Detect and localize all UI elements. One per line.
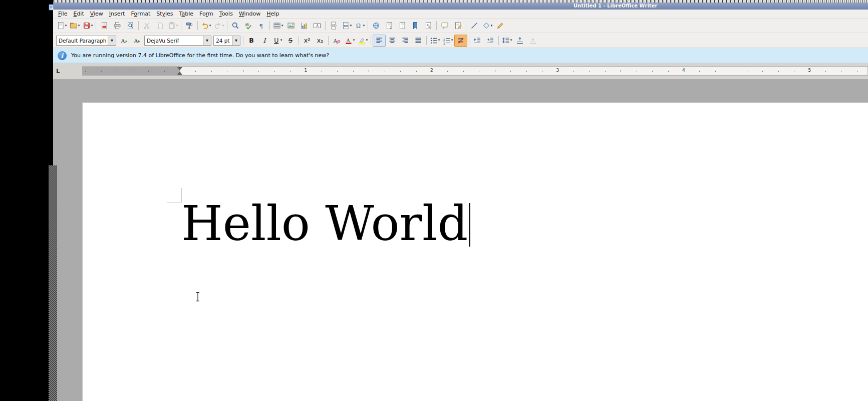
paragraph-style-combo-dropdown-button[interactable]: ▼: [108, 36, 116, 45]
ruler-number: 2: [430, 68, 433, 73]
insert-comment-button[interactable]: [438, 20, 451, 32]
decrease-indent-button[interactable]: [484, 35, 497, 47]
menu-edit[interactable]: Edit: [70, 10, 87, 18]
document-text[interactable]: Hello World: [181, 200, 470, 248]
line-spacing-button[interactable]: ▾: [500, 35, 513, 47]
strikethrough-button[interactable]: S: [284, 35, 297, 47]
spelling-button[interactable]: ab: [242, 20, 255, 32]
menu-form[interactable]: Form: [196, 10, 216, 18]
new-document-button[interactable]: ▾: [55, 20, 68, 32]
menu-help[interactable]: Help: [263, 10, 282, 18]
clone-formatting-button[interactable]: [183, 20, 196, 32]
shapes-icon: [482, 22, 490, 30]
menu-table[interactable]: Table: [176, 10, 196, 18]
find-replace-button[interactable]: [229, 20, 242, 32]
insert-line-button[interactable]: [468, 20, 481, 32]
tab-stop-selector[interactable]: L: [56, 67, 60, 75]
insert-endnote-button[interactable]: i: [396, 20, 409, 32]
align-justify-button[interactable]: [412, 35, 425, 47]
font-color-button[interactable]: A▾: [343, 35, 356, 47]
ruler-tick: [274, 71, 275, 72]
basic-shapes-button[interactable]: ▾: [481, 20, 494, 32]
ruler-tick: [542, 71, 542, 72]
bold-button[interactable]: B: [245, 35, 258, 47]
underline-button[interactable]: U▾: [271, 35, 284, 47]
export-pdf-button[interactable]: [98, 20, 111, 32]
menu-view[interactable]: View: [87, 10, 106, 18]
highlight-icon: [358, 37, 366, 45]
insert-footnote-button[interactable]: 1: [383, 20, 396, 32]
toolbar-separator: [368, 21, 368, 30]
open-button[interactable]: ▾: [68, 20, 81, 32]
line-icon: [470, 22, 478, 30]
highlight-color-button[interactable]: ▾: [356, 35, 369, 47]
new-style-button[interactable]: A: [130, 35, 143, 47]
unordered-list-button[interactable]: ▾: [428, 35, 441, 47]
title-bar[interactable]: Untitled 1 - LibreOffice Writer: [53, 3, 868, 10]
clear-formatting-button[interactable]: A: [330, 35, 343, 47]
font-name-combo[interactable]: DejaVu Serif▼: [144, 36, 211, 46]
undo-button[interactable]: ▾: [199, 20, 212, 32]
toolbar-separator: [469, 36, 469, 45]
font-name-combo-dropdown-button[interactable]: ▼: [203, 36, 211, 45]
draw-functions-button[interactable]: [494, 20, 507, 32]
ruler-tick: [699, 71, 700, 72]
insert-image-button[interactable]: [284, 20, 298, 32]
info-icon: i: [58, 51, 67, 60]
insert-bookmark-button[interactable]: [409, 20, 422, 32]
menu-window[interactable]: Window: [236, 10, 263, 18]
left-indent-marker[interactable]: [177, 72, 182, 75]
dropdown-arrow-icon: ▾: [65, 24, 67, 28]
svg-text:3: 3: [443, 42, 445, 45]
svg-text:A: A: [316, 24, 319, 28]
toolbar-separator: [426, 36, 427, 45]
insert-table-button[interactable]: ▾: [271, 20, 284, 32]
save-button[interactable]: ▾: [81, 20, 94, 32]
menu-file[interactable]: File: [55, 10, 70, 18]
paragraph-style-combo[interactable]: Default Paragraph Style▼: [56, 36, 116, 46]
superscript-button[interactable]: x²: [301, 35, 314, 47]
insert-chart-button[interactable]: [298, 20, 311, 32]
align-center-button[interactable]: [386, 35, 399, 47]
insert-hyperlink-button[interactable]: [370, 20, 383, 32]
dropdown-arrow-icon: ▾: [451, 39, 453, 42]
insert-cross-reference-button[interactable]: [422, 20, 435, 32]
italic-button[interactable]: I: [258, 35, 271, 47]
ordered-list-button[interactable]: 123▾: [441, 35, 454, 47]
clone-icon: [185, 22, 193, 30]
align-left-button[interactable]: [373, 35, 386, 47]
increase-paragraph-spacing-button[interactable]: [513, 35, 526, 47]
font-size-combo-dropdown-button[interactable]: ▼: [232, 36, 240, 45]
insert-page-break-button[interactable]: [327, 20, 340, 32]
list-bullet-icon: [430, 37, 438, 45]
subscript-button[interactable]: x₂: [314, 35, 327, 47]
first-line-indent-marker[interactable]: [177, 67, 182, 70]
document-page[interactable]: Hello World: [82, 102, 868, 401]
spacing-inc-icon: [516, 37, 524, 45]
no-list-button[interactable]: [454, 35, 467, 47]
menu-format[interactable]: Format: [128, 10, 153, 18]
insert-textbox-button[interactable]: A: [311, 20, 324, 32]
align-right-button[interactable]: [399, 35, 412, 47]
formatting-marks-button[interactable]: ¶: [255, 20, 268, 32]
dropdown-arrow-icon: ▾: [78, 24, 80, 28]
ruler-tick: [258, 71, 259, 72]
ruler-tick: [825, 71, 826, 72]
pencil-icon: [496, 22, 504, 30]
print-preview-button[interactable]: [124, 20, 137, 32]
print-button[interactable]: [111, 20, 124, 32]
insert-special-character-button[interactable]: Ω▾: [353, 20, 366, 32]
font-size-combo[interactable]: 24 pt▼: [213, 36, 240, 46]
increase-indent-button[interactable]: [471, 35, 484, 47]
insert-field-button[interactable]: ▾: [340, 20, 353, 32]
update-style-button[interactable]: A: [117, 35, 130, 47]
omega-icon: Ω: [355, 22, 363, 30]
spacing-dec-icon: [529, 37, 537, 45]
menu-tools[interactable]: Tools: [216, 10, 236, 18]
line-spacing-icon: [502, 37, 510, 45]
horizontal-ruler[interactable]: 12345: [82, 66, 868, 76]
menu-insert[interactable]: Insert: [106, 10, 128, 18]
menu-styles[interactable]: Styles: [153, 10, 176, 18]
toolbar-separator: [197, 21, 198, 30]
track-changes-button[interactable]: [451, 20, 464, 32]
